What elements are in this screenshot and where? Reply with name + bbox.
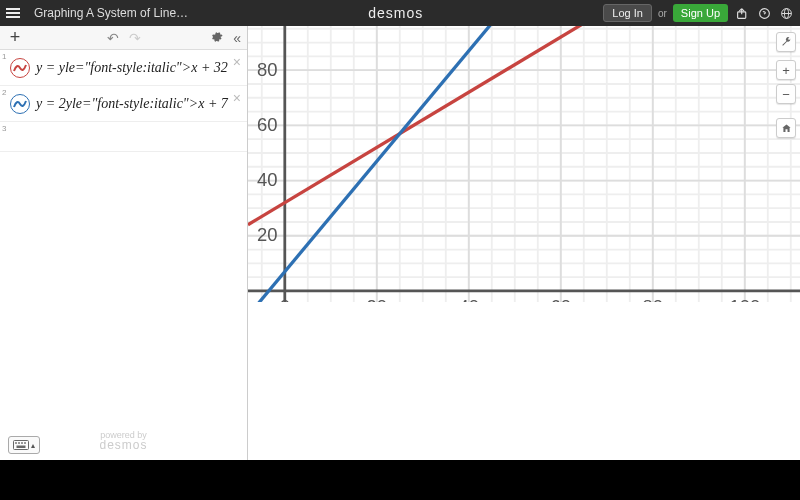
- zoom-in-button[interactable]: +: [776, 60, 796, 80]
- y-tick-label: 60: [257, 114, 277, 135]
- document-title[interactable]: Graphing A System of Line…: [34, 6, 188, 20]
- expression-index: 3: [2, 124, 8, 133]
- svg-point-7: [22, 443, 23, 444]
- home-button[interactable]: [776, 118, 796, 138]
- expression-list: 1y = yle="font-style:italic">x + 32×2y =…: [0, 50, 247, 460]
- expression-row[interactable]: 2y = 2yle="font-style:italic">x + 7×: [0, 86, 247, 122]
- svg-rect-9: [17, 446, 25, 448]
- expression-formula[interactable]: y = 2yle="font-style:italic">x + 7: [36, 96, 228, 112]
- x-tick-label: 60: [551, 296, 571, 302]
- login-button[interactable]: Log In: [603, 4, 652, 22]
- expression-index: 1: [2, 52, 8, 61]
- collapse-panel-icon[interactable]: «: [233, 30, 241, 46]
- hamburger-icon[interactable]: [6, 8, 26, 18]
- x-tick-label: 40: [459, 296, 479, 302]
- svg-rect-4: [14, 441, 29, 450]
- expression-row[interactable]: 1y = yle="font-style:italic">x + 32×: [0, 50, 247, 86]
- x-tick-label: 100: [729, 296, 760, 302]
- header-bar: Graphing A System of Line… desmos Log In…: [0, 0, 800, 26]
- expression-index: 2: [2, 88, 8, 97]
- expression-row-empty[interactable]: 3: [0, 124, 247, 152]
- keyboard-button[interactable]: ▴: [8, 436, 40, 454]
- settings-icon[interactable]: [210, 30, 223, 46]
- panel-toolbar: + ↶ ↷ «: [0, 26, 247, 50]
- add-expression-button[interactable]: +: [6, 27, 24, 48]
- expression-color-icon[interactable]: [10, 58, 30, 78]
- svg-point-5: [16, 443, 17, 444]
- x-tick-label: 0: [280, 296, 290, 302]
- wrench-icon[interactable]: [776, 32, 796, 52]
- undo-button[interactable]: ↶: [107, 30, 119, 46]
- share-icon[interactable]: [734, 5, 750, 21]
- y-tick-label: 20: [257, 224, 277, 245]
- y-tick-label: 40: [257, 169, 277, 190]
- redo-button[interactable]: ↷: [129, 30, 141, 46]
- svg-point-6: [19, 443, 20, 444]
- expression-color-icon[interactable]: [10, 94, 30, 114]
- graph-canvas[interactable]: 02040608010020406080: [248, 26, 800, 302]
- expression-formula[interactable]: y = yle="font-style:italic">x + 32: [36, 60, 228, 76]
- expression-panel: + ↶ ↷ « 1y = yle="font-style:italic">x +…: [0, 26, 248, 460]
- language-icon[interactable]: [778, 5, 794, 21]
- y-tick-label: 80: [257, 59, 277, 80]
- signup-button[interactable]: Sign Up: [673, 4, 728, 22]
- graph-area[interactable]: 02040608010020406080 + −: [248, 26, 800, 460]
- svg-point-8: [25, 443, 26, 444]
- x-tick-label: 80: [643, 296, 663, 302]
- zoom-out-button[interactable]: −: [776, 84, 796, 104]
- powered-by: powered by desmos: [99, 430, 147, 450]
- desmos-logo: desmos: [188, 5, 603, 21]
- help-icon[interactable]: [756, 5, 772, 21]
- delete-expression-icon[interactable]: ×: [233, 54, 241, 70]
- x-tick-label: 20: [367, 296, 387, 302]
- or-label: or: [658, 8, 667, 19]
- delete-expression-icon[interactable]: ×: [233, 90, 241, 106]
